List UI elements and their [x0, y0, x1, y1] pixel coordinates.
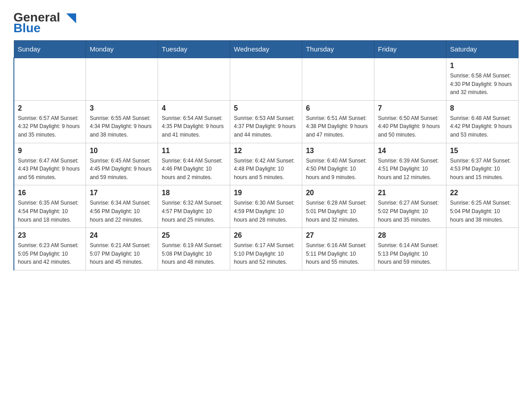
day-number: 8: [450, 104, 515, 112]
day-info: Sunrise: 6:57 AM Sunset: 4:32 PM Dayligh…: [18, 114, 82, 139]
day-number: 12: [234, 147, 298, 155]
calendar-cell: 27Sunrise: 6:16 AM Sunset: 5:11 PM Dayli…: [302, 228, 374, 270]
day-info: Sunrise: 6:34 AM Sunset: 4:56 PM Dayligh…: [90, 199, 154, 224]
day-info: Sunrise: 6:17 AM Sunset: 5:10 PM Dayligh…: [234, 241, 298, 266]
calendar-cell: 14Sunrise: 6:39 AM Sunset: 4:51 PM Dayli…: [374, 143, 446, 185]
calendar-cell: [86, 58, 158, 100]
logo: GeneralBlue: [13, 9, 85, 36]
calendar-cell: 23Sunrise: 6:23 AM Sunset: 5:05 PM Dayli…: [14, 228, 86, 270]
calendar-cell: [302, 58, 374, 100]
day-number: 26: [234, 231, 298, 240]
day-info: Sunrise: 6:50 AM Sunset: 4:40 PM Dayligh…: [378, 114, 442, 139]
day-info: Sunrise: 6:51 AM Sunset: 4:38 PM Dayligh…: [306, 114, 370, 139]
calendar-week-2: 2Sunrise: 6:57 AM Sunset: 4:32 PM Daylig…: [14, 100, 519, 143]
day-number: 14: [378, 147, 442, 155]
calendar-cell: 3Sunrise: 6:55 AM Sunset: 4:34 PM Daylig…: [86, 100, 158, 143]
day-header-friday: Friday: [374, 41, 446, 58]
day-number: 24: [90, 231, 154, 240]
day-number: 10: [90, 147, 154, 155]
day-info: Sunrise: 6:35 AM Sunset: 4:54 PM Dayligh…: [18, 199, 82, 224]
svg-text:Blue: Blue: [13, 21, 41, 35]
day-number: 1: [450, 62, 515, 70]
day-info: Sunrise: 6:53 AM Sunset: 4:37 PM Dayligh…: [234, 114, 298, 139]
calendar-cell: 12Sunrise: 6:42 AM Sunset: 4:48 PM Dayli…: [230, 143, 302, 185]
day-number: 27: [306, 231, 370, 240]
calendar-cell: 5Sunrise: 6:53 AM Sunset: 4:37 PM Daylig…: [230, 100, 302, 143]
day-number: 25: [162, 231, 226, 240]
calendar-cell: 9Sunrise: 6:47 AM Sunset: 4:43 PM Daylig…: [14, 143, 86, 185]
calendar-cell: [158, 58, 230, 100]
calendar-cell: 10Sunrise: 6:45 AM Sunset: 4:45 PM Dayli…: [86, 143, 158, 185]
calendar-table: SundayMondayTuesdayWednesdayThursdayFrid…: [13, 40, 519, 270]
calendar-cell: 16Sunrise: 6:35 AM Sunset: 4:54 PM Dayli…: [14, 185, 86, 228]
day-number: 18: [162, 189, 226, 197]
calendar-cell: 4Sunrise: 6:54 AM Sunset: 4:35 PM Daylig…: [158, 100, 230, 143]
day-number: 17: [90, 189, 154, 197]
day-number: 19: [234, 189, 298, 197]
day-info: Sunrise: 6:44 AM Sunset: 4:46 PM Dayligh…: [162, 157, 226, 182]
days-of-week-row: SundayMondayTuesdayWednesdayThursdayFrid…: [14, 41, 519, 58]
day-header-tuesday: Tuesday: [158, 41, 230, 58]
day-info: Sunrise: 6:39 AM Sunset: 4:51 PM Dayligh…: [378, 157, 442, 182]
day-number: 11: [162, 147, 226, 155]
calendar-cell: 11Sunrise: 6:44 AM Sunset: 4:46 PM Dayli…: [158, 143, 230, 185]
calendar-cell: 22Sunrise: 6:25 AM Sunset: 5:04 PM Dayli…: [446, 185, 519, 228]
day-number: 7: [378, 104, 442, 112]
day-header-thursday: Thursday: [302, 41, 374, 58]
day-header-wednesday: Wednesday: [230, 41, 302, 58]
day-info: Sunrise: 6:45 AM Sunset: 4:45 PM Dayligh…: [90, 157, 154, 182]
day-info: Sunrise: 6:19 AM Sunset: 5:08 PM Dayligh…: [162, 241, 226, 266]
calendar-cell: 26Sunrise: 6:17 AM Sunset: 5:10 PM Dayli…: [230, 228, 302, 270]
calendar-cell: 21Sunrise: 6:27 AM Sunset: 5:02 PM Dayli…: [374, 185, 446, 228]
calendar-cell: 15Sunrise: 6:37 AM Sunset: 4:53 PM Dayli…: [446, 143, 519, 185]
day-info: Sunrise: 6:48 AM Sunset: 4:42 PM Dayligh…: [450, 114, 515, 139]
calendar-cell: 7Sunrise: 6:50 AM Sunset: 4:40 PM Daylig…: [374, 100, 446, 143]
calendar-cell: 25Sunrise: 6:19 AM Sunset: 5:08 PM Dayli…: [158, 228, 230, 270]
calendar-week-5: 23Sunrise: 6:23 AM Sunset: 5:05 PM Dayli…: [14, 228, 519, 270]
day-info: Sunrise: 6:54 AM Sunset: 4:35 PM Dayligh…: [162, 114, 226, 139]
calendar-cell: [446, 228, 519, 270]
day-number: 28: [378, 231, 442, 240]
calendar-cell: 1Sunrise: 6:58 AM Sunset: 4:30 PM Daylig…: [446, 58, 519, 100]
day-number: 13: [306, 147, 370, 155]
day-header-monday: Monday: [86, 41, 158, 58]
day-info: Sunrise: 6:32 AM Sunset: 4:57 PM Dayligh…: [162, 199, 226, 224]
day-number: 21: [378, 189, 442, 197]
calendar-cell: 2Sunrise: 6:57 AM Sunset: 4:32 PM Daylig…: [14, 100, 86, 143]
page-header: GeneralBlue: [13, 9, 519, 36]
day-number: 22: [450, 189, 515, 197]
day-info: Sunrise: 6:23 AM Sunset: 5:05 PM Dayligh…: [18, 241, 82, 266]
day-number: 9: [18, 147, 82, 155]
day-info: Sunrise: 6:55 AM Sunset: 4:34 PM Dayligh…: [90, 114, 154, 139]
calendar-cell: [230, 58, 302, 100]
day-info: Sunrise: 6:14 AM Sunset: 5:13 PM Dayligh…: [378, 241, 442, 266]
calendar-cell: 17Sunrise: 6:34 AM Sunset: 4:56 PM Dayli…: [86, 185, 158, 228]
day-info: Sunrise: 6:40 AM Sunset: 4:50 PM Dayligh…: [306, 157, 370, 182]
day-info: Sunrise: 6:58 AM Sunset: 4:30 PM Dayligh…: [450, 72, 515, 97]
calendar-cell: 6Sunrise: 6:51 AM Sunset: 4:38 PM Daylig…: [302, 100, 374, 143]
day-number: 6: [306, 104, 370, 112]
day-number: 15: [450, 147, 515, 155]
day-info: Sunrise: 6:42 AM Sunset: 4:48 PM Dayligh…: [234, 157, 298, 182]
calendar-week-4: 16Sunrise: 6:35 AM Sunset: 4:54 PM Dayli…: [14, 185, 519, 228]
day-info: Sunrise: 6:37 AM Sunset: 4:53 PM Dayligh…: [450, 157, 515, 182]
day-number: 3: [90, 104, 154, 112]
svg-marker-1: [66, 13, 76, 23]
calendar-week-1: 1Sunrise: 6:58 AM Sunset: 4:30 PM Daylig…: [14, 58, 519, 100]
day-header-sunday: Sunday: [14, 41, 86, 58]
day-info: Sunrise: 6:21 AM Sunset: 5:07 PM Dayligh…: [90, 241, 154, 266]
calendar-week-3: 9Sunrise: 6:47 AM Sunset: 4:43 PM Daylig…: [14, 143, 519, 185]
day-info: Sunrise: 6:30 AM Sunset: 4:59 PM Dayligh…: [234, 199, 298, 224]
day-number: 20: [306, 189, 370, 197]
day-number: 16: [18, 189, 82, 197]
day-number: 2: [18, 104, 82, 112]
calendar-cell: 18Sunrise: 6:32 AM Sunset: 4:57 PM Dayli…: [158, 185, 230, 228]
calendar-cell: 20Sunrise: 6:28 AM Sunset: 5:01 PM Dayli…: [302, 185, 374, 228]
calendar-cell: 24Sunrise: 6:21 AM Sunset: 5:07 PM Dayli…: [86, 228, 158, 270]
logo-svg: GeneralBlue: [13, 9, 85, 36]
day-header-saturday: Saturday: [446, 41, 519, 58]
calendar-cell: 13Sunrise: 6:40 AM Sunset: 4:50 PM Dayli…: [302, 143, 374, 185]
day-number: 4: [162, 104, 226, 112]
day-info: Sunrise: 6:25 AM Sunset: 5:04 PM Dayligh…: [450, 199, 515, 224]
calendar-body: 1Sunrise: 6:58 AM Sunset: 4:30 PM Daylig…: [14, 58, 519, 270]
